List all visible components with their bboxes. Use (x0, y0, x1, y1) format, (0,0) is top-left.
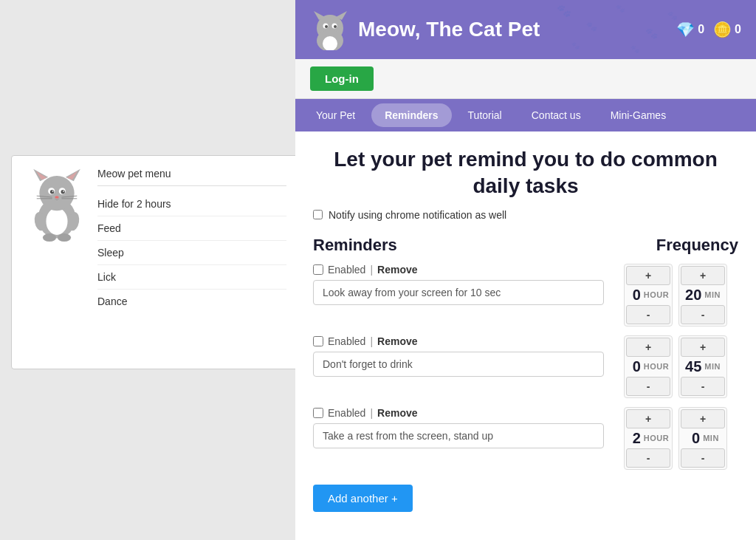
freq-min-row-1: 20 MIN (685, 287, 721, 304)
freq-min-plus-1[interactable]: + (681, 266, 725, 285)
freq-col-min-2: + 45 MIN - (678, 335, 727, 398)
menu-item-sleep[interactable]: Sleep (97, 241, 286, 265)
freq-min-label-1: MIN (704, 290, 721, 299)
reminder-controls-1: Enabled | Remove (313, 264, 604, 276)
coin-icon: 🪙 (713, 21, 732, 38)
freq-min-minus-3[interactable]: - (681, 448, 725, 468)
pet-menu-panel: Meow pet menu Hide for 2 hours Feed Slee… (11, 155, 299, 369)
freq-min-minus-2[interactable]: - (681, 377, 725, 396)
svg-point-21 (58, 233, 71, 242)
header-left: Meow, The Cat Pet (310, 10, 540, 50)
freq-col-hour-3: + 2 HOUR - (624, 407, 673, 470)
reminder-3-enabled-label: Enabled (328, 407, 365, 419)
menu-item-hide[interactable]: Hide for 2 hours (97, 192, 286, 216)
page-content: Let your pet remind you to do common dai… (295, 131, 756, 527)
freq-col-hour-2: + 0 HOUR - (624, 335, 673, 398)
reminder-1-remove-btn[interactable]: Remove (377, 264, 417, 276)
menu-item-dance[interactable]: Dance (97, 290, 286, 313)
freq-hour-label-1: HOUR (644, 290, 669, 299)
login-button[interactable]: Log-in (310, 66, 374, 91)
freq-col-hour-1: + 0 HOUR - (624, 264, 673, 327)
svg-point-27 (325, 25, 328, 28)
freq-min-plus-2[interactable]: + (681, 338, 725, 357)
reminder-row-3: Enabled | Remove + 2 HOUR - (313, 407, 738, 470)
reminder-1-input[interactable] (313, 280, 604, 305)
reminder-2-input[interactable] (313, 352, 604, 377)
freq-hour-minus-1[interactable]: - (626, 305, 670, 324)
freq-hour-minus-3[interactable]: - (626, 448, 670, 468)
section-headers: Reminders Frequency (313, 236, 738, 255)
freq-hour-minus-2[interactable]: - (626, 377, 670, 396)
reminder-1-checkbox[interactable] (313, 264, 323, 275)
reminder-3-separator: | (370, 407, 373, 419)
freq-hour-val-2: 0 (628, 358, 641, 375)
freq-hour-plus-2[interactable]: + (626, 338, 670, 357)
freq-hour-plus-1[interactable]: + (626, 266, 670, 285)
reminder-3-checkbox[interactable] (313, 408, 323, 418)
svg-text:🐾: 🐾 (645, 27, 659, 40)
freq-hour-row-2: 0 HOUR (628, 358, 669, 375)
menu-item-lick[interactable]: Lick (97, 265, 286, 290)
add-another-button[interactable]: Add another + (313, 485, 413, 512)
svg-point-12 (63, 191, 64, 192)
freq-col-min-3: + 0 MIN - (678, 407, 727, 470)
login-area: Log-in (295, 59, 756, 99)
app-header: Meow, The Cat Pet 🐾 🐾 🐾 🐾 🐾 🐾 🐾 💎 0 🪙 0 (295, 0, 756, 59)
nav-mini-games[interactable]: Mini-Games (597, 103, 679, 127)
svg-point-11 (52, 191, 54, 192)
notify-checkbox[interactable] (313, 210, 323, 219)
cat-avatar (24, 168, 90, 242)
coin-badge: 🪙 0 (713, 21, 741, 38)
reminder-controls-3: Enabled | Remove (313, 407, 604, 419)
frequency-section-label: Frequency (656, 236, 738, 255)
reminder-2-checkbox[interactable] (313, 336, 323, 346)
svg-point-1 (46, 208, 67, 235)
svg-point-20 (43, 233, 56, 242)
freq-col-min-1: + 20 MIN - (678, 264, 727, 327)
nav-your-pet[interactable]: Your Pet (303, 103, 368, 127)
reminder-row-2: Enabled | Remove + 0 HOUR - (313, 335, 738, 398)
menu-item-feed[interactable]: Feed (97, 216, 286, 241)
freq-hour-val-3: 2 (628, 430, 641, 447)
svg-text:🐾: 🐾 (571, 41, 580, 50)
freq-pair-2: + 0 HOUR - + 45 MIN - (624, 335, 727, 398)
reminder-3-remove-btn[interactable]: Remove (377, 407, 417, 419)
svg-text:🐾: 🐾 (630, 44, 640, 54)
reminder-1-enabled-label: Enabled (328, 264, 365, 276)
gem-count: 0 (698, 23, 704, 36)
freq-min-minus-1[interactable]: - (681, 305, 725, 324)
freq-hour-plus-3[interactable]: + (626, 409, 670, 428)
page-title: Let your pet remind you to do common dai… (313, 146, 738, 200)
svg-point-9 (50, 190, 54, 194)
freq-min-val-3: 0 (687, 430, 700, 447)
svg-text:🐾: 🐾 (557, 4, 571, 18)
svg-text:🐾: 🐾 (616, 4, 625, 13)
notify-label: Notify using chrome notification as well (329, 209, 506, 221)
nav-tutorial[interactable]: Tutorial (455, 103, 515, 127)
nav-bar: Your Pet Reminders Tutorial Contact us M… (295, 99, 756, 131)
reminders-section-label: Reminders (313, 236, 397, 255)
header-cat-icon (310, 10, 351, 50)
pet-menu-title: Meow pet menu (97, 168, 286, 186)
main-app-panel: Meow, The Cat Pet 🐾 🐾 🐾 🐾 🐾 🐾 🐾 💎 0 🪙 0 … (295, 0, 756, 540)
pet-menu: Meow pet menu Hide for 2 hours Feed Slee… (97, 168, 286, 313)
coin-count: 0 (735, 23, 741, 36)
freq-pair-3: + 2 HOUR - + 0 MIN - (624, 407, 727, 470)
reminder-2-remove-btn[interactable]: Remove (377, 335, 417, 347)
nav-reminders[interactable]: Reminders (371, 103, 451, 127)
freq-min-val-2: 45 (685, 358, 701, 375)
nav-contact-us[interactable]: Contact us (518, 103, 594, 127)
reminder-3-input[interactable] (313, 423, 604, 448)
svg-point-13 (55, 196, 58, 199)
reminder-left-3: Enabled | Remove (313, 407, 604, 470)
reminder-row-1: Enabled | Remove + 0 HOUR - (313, 264, 738, 327)
freq-pair-1: + 0 HOUR - + 20 MIN - (624, 264, 727, 327)
freq-min-plus-3[interactable]: + (681, 409, 725, 428)
svg-point-10 (61, 190, 64, 194)
freq-hour-row-1: 0 HOUR (628, 287, 669, 304)
freq-min-label-2: MIN (704, 362, 721, 371)
reminder-2-enabled-label: Enabled (328, 335, 365, 347)
frequency-control-2: + 0 HOUR - + 45 MIN - (613, 335, 738, 398)
svg-point-2 (39, 176, 74, 211)
reminder-2-separator: | (370, 335, 373, 347)
